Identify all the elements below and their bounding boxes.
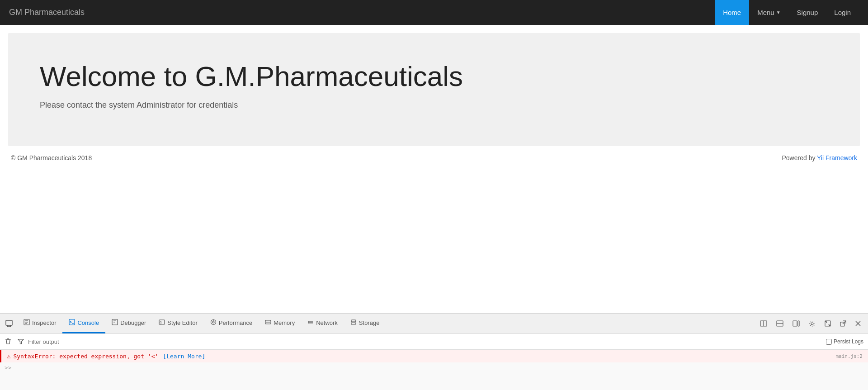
console-error-line: ⚠ SyntaxError: expected expression, got …: [0, 350, 868, 362]
menu-dropdown-arrow: ▼: [776, 10, 781, 15]
navbar: GM Pharmaceuticals Home Menu ▼ Signup Lo…: [0, 0, 868, 25]
tab-console-label: Console: [77, 319, 99, 326]
persist-logs-checkbox[interactable]: [826, 339, 832, 345]
memory-icon: [265, 319, 271, 327]
tab-storage[interactable]: Storage: [344, 314, 386, 333]
hero-subtitle: Please contact the system Administrator …: [40, 100, 828, 110]
svg-point-38: [811, 323, 813, 325]
error-icon: ⚠: [7, 352, 10, 360]
svg-rect-0: [6, 320, 12, 325]
page-content: Welcome to G.M.Pharmaceuticals Please co…: [0, 25, 868, 313]
debugger-icon: [112, 319, 118, 327]
split-horizontal-btn[interactable]: [756, 320, 771, 327]
console-bar: Persist Logs: [0, 334, 868, 350]
hero-title: Welcome to G.M.Pharmaceuticals: [40, 60, 828, 92]
expand-btn[interactable]: [821, 320, 835, 327]
tab-memory-label: Memory: [274, 319, 295, 326]
svg-marker-48: [18, 339, 24, 344]
navbar-link-home[interactable]: Home: [715, 0, 749, 25]
tab-storage-label: Storage: [359, 319, 380, 326]
style-editor-icon: {}: [159, 319, 165, 327]
filter-output-input[interactable]: [28, 338, 824, 345]
settings-btn[interactable]: [805, 320, 819, 327]
split-doc-btn[interactable]: [789, 320, 803, 327]
tab-style-editor-label: Style Editor: [167, 319, 197, 326]
performance-icon: [210, 319, 217, 327]
devtools-toolbar-right: [756, 314, 866, 333]
tab-network-label: Network: [316, 319, 338, 326]
network-icon: [307, 319, 314, 327]
svg-rect-36: [793, 321, 797, 326]
console-error-left: ⚠ SyntaxError: expected expression, got …: [7, 352, 205, 360]
console-prompt: >>: [0, 362, 868, 373]
console-icon: [69, 319, 75, 327]
svg-point-30: [355, 320, 355, 321]
navbar-links: Home Menu ▼ Signup Login: [715, 0, 859, 25]
tab-debugger[interactable]: Debugger: [105, 314, 152, 333]
copyright-text: © GM Pharmaceuticals 2018: [11, 154, 92, 162]
page-footer: © GM Pharmaceuticals 2018 Powered by Yii…: [0, 146, 868, 170]
svg-point-16: [212, 321, 214, 323]
tab-performance[interactable]: Performance: [204, 314, 259, 333]
tab-style-editor[interactable]: {} Style Editor: [152, 314, 203, 333]
tab-network[interactable]: Network: [301, 314, 344, 333]
error-location: main.js:2: [835, 353, 863, 359]
persist-logs-label: Persist Logs: [826, 338, 863, 345]
navbar-link-login[interactable]: Login: [826, 0, 859, 25]
powered-by-text: Powered by: [782, 154, 817, 162]
tab-console[interactable]: Console: [62, 314, 105, 333]
powered-by: Powered by Yii Framework: [782, 154, 857, 162]
svg-text:{}: {}: [160, 321, 162, 324]
split-vertical-btn[interactable]: [773, 320, 787, 327]
devtools-panel: Inspector Console Debugger {} Style Edit…: [0, 313, 868, 390]
hero-section: Welcome to G.M.Pharmaceuticals Please co…: [8, 33, 860, 146]
devtools-screen-icon[interactable]: [2, 314, 17, 333]
popout-btn[interactable]: [836, 320, 850, 327]
close-btn[interactable]: [852, 321, 864, 326]
navbar-link-menu[interactable]: Menu ▼: [749, 0, 788, 25]
learn-more-link[interactable]: [Learn More]: [163, 353, 205, 360]
clear-console-btn[interactable]: [3, 338, 14, 346]
tab-performance-label: Performance: [219, 319, 252, 326]
svg-point-31: [355, 323, 355, 323]
yii-framework-link[interactable]: Yii Framework: [817, 154, 857, 162]
inspector-icon: [24, 319, 30, 327]
tab-inspector[interactable]: Inspector: [17, 314, 62, 333]
prompt-arrow: >>: [5, 364, 12, 371]
tab-debugger-label: Debugger: [120, 319, 146, 326]
tab-inspector-label: Inspector: [32, 319, 56, 326]
svg-rect-37: [798, 321, 799, 326]
filter-icon-btn[interactable]: [15, 338, 26, 345]
storage-icon: [350, 319, 357, 327]
navbar-brand: GM Pharmaceuticals: [9, 8, 85, 17]
devtools-toolbar: Inspector Console Debugger {} Style Edit…: [0, 314, 868, 334]
error-message: SyntaxError: expected expression, got '<…: [13, 353, 158, 360]
tab-memory[interactable]: Memory: [259, 314, 301, 333]
navbar-link-signup[interactable]: Signup: [789, 0, 826, 25]
